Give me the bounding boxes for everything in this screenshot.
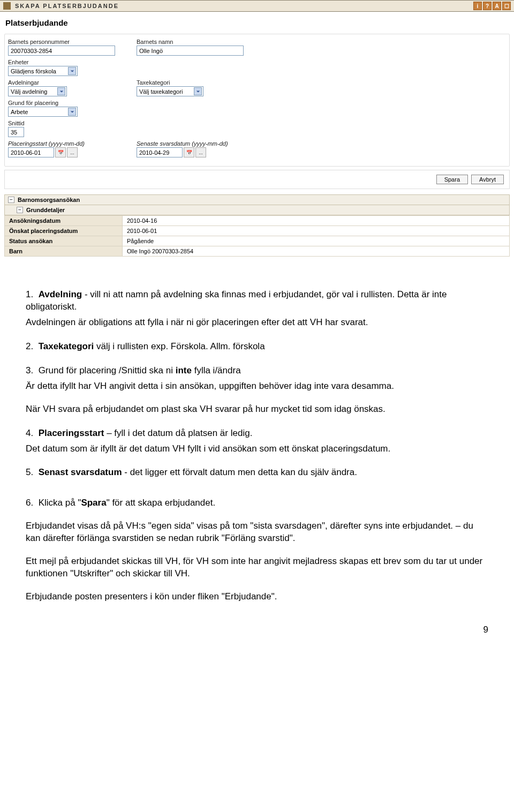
datepick-button[interactable]: ... [195, 147, 206, 157]
text: När VH svara på erbjudandet om plast ska… [26, 403, 488, 416]
term-taxekategori: Taxekategori [39, 341, 94, 351]
term-spara: Spara [81, 498, 106, 508]
select-avdelningar[interactable]: Välj avdelning [8, 86, 67, 96]
panel-ansokan: − Barnomsorgsansökan − Grunddetaljer Ans… [4, 194, 510, 257]
term-svarsdatum: Senast svarsdatum [39, 467, 122, 477]
field-namn: Barnets namn [137, 39, 244, 56]
select-avdelningar-value: Välj avdelning [11, 88, 48, 95]
select-taxekategori[interactable]: Välj taxekategori [137, 86, 203, 96]
detail-label: Önskat placeringsdatum [5, 226, 123, 236]
text: Det datum som är ifyllt är det datum VH … [26, 443, 488, 455]
field-snittid: Snittid [8, 120, 115, 137]
label-grund: Grund för placering [8, 100, 115, 106]
select-taxekategori-value: Välj taxekategori [139, 88, 183, 95]
help-icon[interactable]: ? [483, 2, 492, 10]
instructions: 1. Avdelning - vill ni att namn på avdel… [26, 289, 488, 603]
select-grund[interactable]: Arbete [8, 107, 78, 117]
chevron-down-icon [68, 108, 76, 116]
list-item: 1. Avdelning - vill ni att namn på avdel… [26, 289, 488, 329]
chevron-down-icon [68, 67, 76, 75]
header-bar: SKAPA PLATSERBJUDANDE i ? A ☐ [0, 0, 514, 12]
print-icon[interactable]: A [493, 2, 501, 10]
window-icon[interactable]: ☐ [502, 2, 511, 10]
label-placeringsstart: Placeringsstart (yyyy-mm-dd) [8, 140, 115, 147]
text: - vill ni att namn på avdelning ska finn… [26, 289, 447, 312]
table-row: Önskat placeringsdatum 2010-06-01 [5, 226, 510, 236]
text: " för att skapa erbjudandet. [107, 498, 216, 508]
label-avdelningar: Avdelningar [8, 79, 115, 86]
info-icon[interactable]: i [473, 2, 482, 10]
input-namn[interactable] [137, 46, 244, 56]
text: Klicka på " [39, 498, 81, 508]
term-inte: inte [176, 365, 192, 375]
text: Är detta ifyllt har VH angivit detta i s… [26, 380, 488, 393]
panel-head-ansokan[interactable]: − Barnomsorgsansökan [4, 194, 510, 205]
chevron-down-icon [57, 87, 65, 95]
date-svarsdatum: 📅 ... [137, 147, 265, 157]
label-svarsdatum: Senaste svarsdatum (yyyy-mm-dd) [137, 140, 265, 147]
save-button[interactable]: Spara [436, 175, 468, 184]
text: Erbjudandet visas då på VH:s "egen sida"… [26, 520, 488, 545]
label-snittid: Snittid [8, 120, 115, 126]
term-placeringsstart: Placeringsstart [39, 428, 104, 438]
list-item: 2. Taxekategori välj i rullisten exp. Fö… [26, 341, 488, 353]
term-avdelning: Avdelning [39, 289, 82, 299]
table-row: Ansökningsdatum 2010-04-16 [5, 216, 510, 226]
header-toolbar: i ? A ☐ [473, 2, 511, 10]
select-grund-value: Arbete [11, 109, 28, 115]
detail-value: Olle Ingö 20070303-2854 [123, 246, 510, 257]
list-item: 4. Placeringsstart – fyll i det datum då… [26, 427, 488, 455]
field-enheter: Enheter Glädjens förskola [8, 59, 115, 76]
text: Avdelningen är obligations att fylla i n… [26, 317, 488, 329]
panel-subtitle: Grunddetaljer [26, 207, 65, 213]
list-item: 6. Klicka på "Spara" för att skapa erbju… [26, 497, 488, 603]
field-grund: Grund för placering Arbete [8, 100, 115, 117]
field-personnummer: Barnets personnummer [8, 39, 115, 56]
field-placeringsstart: Placeringsstart (yyyy-mm-dd) 📅 ... [8, 140, 115, 157]
field-svarsdatum: Senaste svarsdatum (yyyy-mm-dd) 📅 ... [137, 140, 265, 157]
table-row: Status ansökan Pågående [5, 236, 510, 246]
header-title: SKAPA PLATSERBJUDANDE [15, 3, 119, 9]
list-item: 3. Grund för placering /Snittid ska ni i… [26, 365, 488, 416]
calendar-icon[interactable]: 📅 [184, 147, 194, 157]
page-title: Platserbjudande [0, 12, 514, 31]
table-row: Barn Olle Ingö 20070303-2854 [5, 246, 510, 257]
text: Grund för placering /Snittid ska ni [39, 365, 176, 375]
cancel-button[interactable]: Avbryt [471, 175, 504, 184]
detail-value: 2010-04-16 [123, 216, 510, 226]
label-enheter: Enheter [8, 59, 115, 65]
field-taxekategori: Taxekategori Välj taxekategori [137, 79, 244, 96]
input-snittid[interactable] [8, 127, 24, 137]
datepick-button[interactable]: ... [67, 147, 78, 157]
text: – fyll i det datum då platsen är ledig. [104, 428, 252, 438]
list-item: 5. Senast svarsdatum - det ligger ett fö… [26, 467, 488, 479]
field-avdelningar: Avdelningar Välj avdelning [8, 79, 115, 96]
detail-label: Status ansökan [5, 236, 123, 246]
input-svarsdatum[interactable] [137, 147, 183, 157]
label-namn: Barnets namn [137, 39, 244, 45]
panel-head-grunddetaljer[interactable]: − Grunddetaljer [4, 205, 510, 215]
text: Ett mejl på erbjudandet skickas till VH,… [26, 555, 488, 580]
input-placeringsstart[interactable] [8, 147, 54, 157]
calendar-icon[interactable]: 📅 [55, 147, 66, 157]
header-left: SKAPA PLATSERBJUDANDE [3, 2, 119, 10]
input-personnummer[interactable] [8, 46, 115, 56]
select-enheter-value: Glädjens förskola [11, 68, 56, 74]
text: fylla i/ändra [192, 365, 241, 375]
text: Erbjudande posten presenters i kön under… [26, 591, 488, 603]
detail-label: Ansökningsdatum [5, 216, 123, 226]
select-enheter[interactable]: Glädjens förskola [8, 66, 78, 76]
form-panel: Barnets personnummer Barnets namn Enhete… [4, 34, 510, 167]
chevron-down-icon [194, 87, 202, 95]
label-taxekategori: Taxekategori [137, 79, 244, 86]
collapse-icon[interactable]: − [17, 207, 23, 213]
text: - det ligger ett förvalt datum men detta… [122, 467, 357, 477]
panel-title: Barnomsorgsansökan [18, 197, 80, 203]
detail-value: 2010-06-01 [123, 226, 510, 236]
page-number: 9 [0, 625, 488, 635]
text: välj i rullisten exp. Förskola. Allm. fö… [94, 341, 264, 351]
button-bar: Spara Avbryt [4, 170, 510, 189]
label-personnummer: Barnets personnummer [8, 39, 115, 45]
app-logo-icon [3, 2, 11, 10]
collapse-icon[interactable]: − [8, 197, 14, 203]
